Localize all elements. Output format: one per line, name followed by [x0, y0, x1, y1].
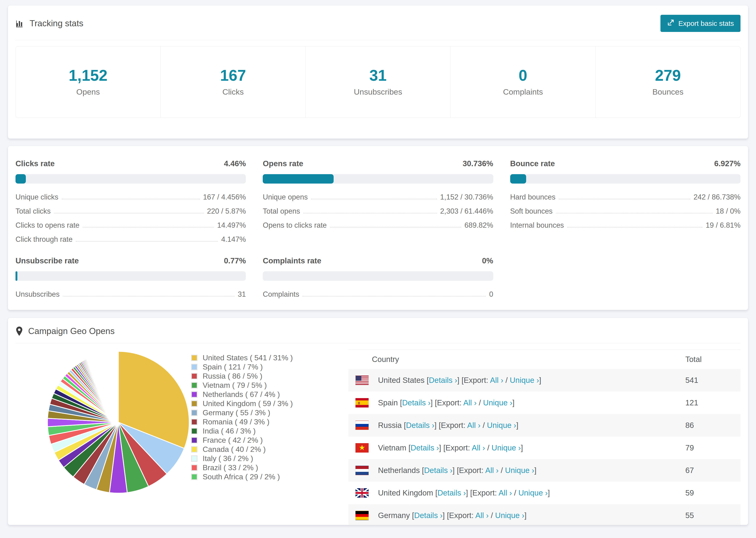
rate-rows: Unique clicks167 / 4.456%Total clicks220…	[16, 193, 246, 243]
rate-panel-clicks-rate: Clicks rate4.46%Unique clicks167 / 4.456…	[16, 159, 246, 243]
country-links: United Kingdom [Details ›] [Export: All …	[378, 488, 550, 497]
legend-swatch	[191, 355, 197, 361]
export-all-link[interactable]: All ›	[475, 511, 489, 520]
us-flag-icon	[355, 376, 369, 385]
rate-panels-grid: Clicks rate4.46%Unique clicks167 / 4.456…	[16, 159, 740, 298]
geo-table-body: United States [Details ›] [Export: All ›…	[349, 369, 740, 525]
stat-value: 1,152	[16, 68, 160, 83]
rate-row-value: 31	[238, 290, 246, 298]
rate-row-label: Unique clicks	[16, 193, 58, 201]
legend-label: Italy ( 36 / 2% )	[203, 454, 253, 463]
pie-svg[interactable]	[45, 350, 191, 495]
export-label: ] [Export:	[431, 398, 463, 407]
legend-swatch	[191, 474, 197, 480]
rate-row: Total opens2,303 / 61.446%	[263, 207, 493, 215]
export-unique-link[interactable]: Unique ›	[487, 421, 516, 430]
de-flag-icon	[355, 511, 369, 520]
legend-label: United Kingdom ( 59 / 3% )	[203, 399, 293, 408]
export-button-label: Export basic stats	[678, 20, 734, 27]
table-row: Vietnam [Details ›] [Export: All › / Uni…	[349, 437, 740, 459]
table-row: United States [Details ›] [Export: All ›…	[349, 369, 740, 392]
export-all-link[interactable]: All ›	[472, 443, 485, 452]
rate-progress-fill	[263, 174, 334, 184]
nl-flag-icon	[355, 466, 369, 475]
export-all-link[interactable]: All ›	[499, 488, 512, 497]
rate-rows: Complaints0	[263, 290, 493, 298]
close-bracket: ]	[524, 511, 527, 520]
export-unique-link[interactable]: Unique ›	[510, 376, 539, 385]
rate-value: 6.927%	[714, 159, 740, 168]
export-all-link[interactable]: All ›	[463, 398, 477, 407]
dotted-leader	[54, 213, 204, 213]
legend-label: South Africa ( 29 / 2% )	[203, 472, 280, 481]
rate-row: Unique clicks167 / 4.456%	[16, 193, 246, 201]
details-link[interactable]: Details ›	[437, 488, 466, 497]
campaign-geo-opens-card: Campaign Geo Opens United States ( 541 /…	[8, 318, 748, 525]
rate-row: Internal bounces19 / 6.81%	[510, 221, 740, 230]
rate-progress-fill	[16, 174, 26, 184]
country-cell: Netherlands [Details ›] [Export: All › /…	[349, 466, 685, 475]
rate-panel-header: Opens rate30.736%	[263, 159, 493, 168]
rate-rows: Hard bounces242 / 86.738%Soft bounces18 …	[510, 193, 740, 230]
legend-item: Netherlands ( 67 / 4% )	[191, 390, 313, 399]
stat-label: Bounces	[596, 87, 740, 96]
stat-value: 167	[161, 68, 305, 83]
export-label: ] [Export:	[439, 443, 472, 452]
rate-title: Opens rate	[263, 159, 303, 168]
country-links: Germany [Details ›] [Export: All › / Uni…	[378, 511, 527, 520]
rate-panel-header: Complaints rate0%	[263, 256, 493, 265]
export-unique-link[interactable]: Unique ›	[483, 398, 513, 407]
table-row: Russia [Details ›] [Export: All › / Uniq…	[349, 414, 740, 437]
rate-panel-opens-rate: Opens rate30.736%Unique opens1,152 / 30.…	[263, 159, 493, 243]
legend-label: France ( 42 / 2% )	[203, 436, 263, 445]
tracking-stats-header: Tracking stats Export basic stats	[16, 5, 740, 40]
export-label: ] [Export:	[453, 466, 485, 475]
stat-label: Unsubscribes	[306, 87, 450, 96]
export-unique-link[interactable]: Unique ›	[492, 443, 521, 452]
export-unique-link[interactable]: Unique ›	[495, 511, 524, 520]
rate-rows: Unique opens1,152 / 30.736%Total opens2,…	[263, 193, 493, 230]
rate-value: 0.77%	[224, 256, 246, 265]
country-name: Germany [	[378, 511, 414, 520]
total-column-header: Total	[685, 355, 740, 364]
slash-separator: /	[499, 466, 505, 475]
details-link[interactable]: Details ›	[411, 443, 439, 452]
export-all-link[interactable]: All ›	[467, 421, 481, 430]
tracking-stats-title: Tracking stats	[16, 19, 83, 28]
legend-swatch	[191, 456, 197, 462]
export-all-link[interactable]: All ›	[490, 376, 503, 385]
rate-row-label: Unique opens	[263, 193, 307, 201]
dotted-leader	[302, 296, 486, 296]
country-cell: Germany [Details ›] [Export: All › / Uni…	[349, 511, 685, 520]
stat-box: 1,152Opens	[16, 46, 161, 118]
dotted-leader	[559, 199, 690, 199]
geo-table: Country Total United States [Details ›] …	[349, 350, 740, 525]
stat-label: Clicks	[161, 87, 305, 96]
geo-pie-chart[interactable]	[45, 350, 191, 495]
rate-panel-header: Clicks rate4.46%	[16, 159, 246, 168]
legend-swatch	[191, 364, 197, 370]
close-bracket: ]	[521, 443, 523, 452]
total-cell: 67	[685, 466, 740, 475]
legend-item: Spain ( 121 / 7% )	[191, 362, 313, 372]
close-bracket: ]	[539, 376, 541, 385]
legend-label: Netherlands ( 67 / 4% )	[203, 390, 280, 399]
rate-panel-bounce-rate: Bounce rate6.927%Hard bounces242 / 86.73…	[510, 159, 740, 243]
total-cell: 86	[685, 421, 740, 430]
details-link[interactable]: Details ›	[406, 421, 434, 430]
export-all-link[interactable]: All ›	[485, 466, 499, 475]
export-unique-link[interactable]: Unique ›	[518, 488, 548, 497]
rate-rows: Unsubscribes31	[16, 290, 246, 298]
export-basic-stats-button[interactable]: Export basic stats	[661, 15, 740, 32]
details-link[interactable]: Details ›	[402, 398, 431, 407]
legend-swatch	[191, 391, 197, 398]
stat-value: 31	[306, 68, 450, 83]
rate-panel-unsubscribe-rate: Unsubscribe rate0.77%Unsubscribes31	[16, 256, 246, 298]
rate-row: Soft bounces18 / 0%	[510, 207, 740, 215]
export-unique-link[interactable]: Unique ›	[505, 466, 534, 475]
country-cell: United States [Details ›] [Export: All ›…	[349, 376, 685, 385]
details-link[interactable]: Details ›	[424, 466, 453, 475]
details-link[interactable]: Details ›	[414, 511, 443, 520]
details-link[interactable]: Details ›	[429, 376, 457, 385]
rate-row: Unsubscribes31	[16, 290, 246, 298]
